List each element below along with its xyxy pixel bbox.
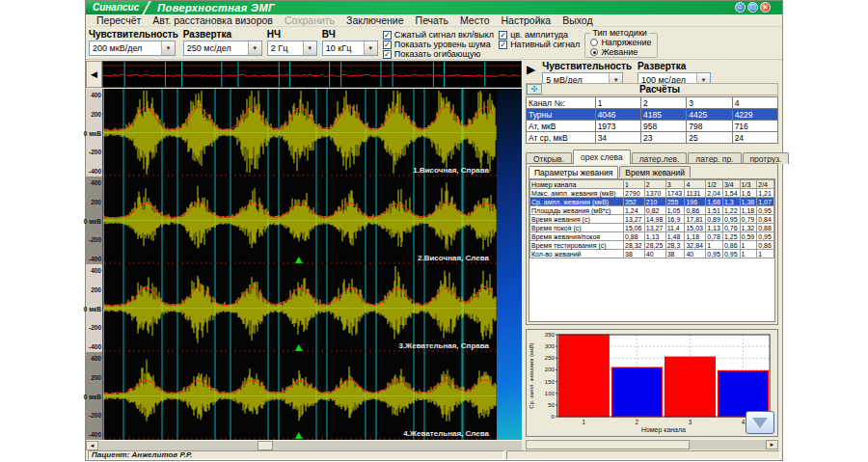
menu-item-7[interactable]: Настройка <box>495 14 556 26</box>
svg-text:350: 350 <box>545 332 556 338</box>
table-row[interactable]: Время покоя (с)15,0613,2711,415,031,130,… <box>530 224 774 232</box>
axis-tick-label: 0 мкВ <box>84 305 101 312</box>
tab-page: Параметры жеванияВремя жеваний Номер кан… <box>526 163 778 325</box>
params-cell: 210 <box>644 198 665 206</box>
scroll-left-icon[interactable]: ◀ <box>86 61 102 88</box>
emg-waveform-1[interactable]: 1.Височная, Справа <box>103 89 497 177</box>
params-cell: 14,98 <box>644 215 665 224</box>
subtab-время-жеваний[interactable]: Время жеваний <box>619 166 691 177</box>
combo-group-sweep: Развертка250 мс/дел▼ <box>183 28 262 56</box>
params-cell: 28,3 <box>665 241 685 250</box>
checkbox-сжатый-сигнал-вкл-выкл[interactable]: ✓Сжатый сигнал вкл/выкл <box>383 30 494 40</box>
table-row[interactable]: Время жевания/покоя0,881,131,481,180,781… <box>530 232 774 241</box>
subtab-параметры-жевания[interactable]: Параметры жевания <box>529 166 618 178</box>
table-row[interactable]: Время тестирования (с)28,3228,2528,332,8… <box>530 241 774 250</box>
table-row[interactable]: Кол-во жеваний384038400,950,9511 <box>530 250 774 258</box>
menu-item-5[interactable]: Печать <box>410 14 454 26</box>
combo-label-sweep: Развертка <box>183 28 262 41</box>
signal-overview-strip[interactable] <box>102 61 522 88</box>
combo-group-low-freq: НЧ2 Гц▼ <box>267 28 317 56</box>
checkbox-показать-уровень-шума[interactable]: ✓Показать уровень шума <box>383 40 494 49</box>
calc-row-label: Ат, мкВ <box>527 121 596 132</box>
table-row[interactable]: Ср. ампл. жевания (мкВ)3522102551961,681… <box>530 198 774 206</box>
menu-item-3[interactable]: Сохранить <box>279 14 340 26</box>
title-bar: Синапсис Поверхностная ЭМГ – ❒ ✕ <box>86 1 782 14</box>
radio-жевание[interactable]: Жевание <box>590 47 651 57</box>
combo-high-freq[interactable]: 10 кГц▼ <box>322 41 378 56</box>
table-row[interactable]: Турны4046418544254229 <box>527 109 778 121</box>
panel-horizontal-scrollbar[interactable]: ► <box>526 439 778 449</box>
emg-axis-2: 4002000 мкВ-200-400 <box>86 177 103 264</box>
chart-collapse-button[interactable] <box>746 411 774 434</box>
checkbox-label: цв. амплитуда <box>510 30 568 40</box>
radio-label: Жевание <box>601 47 637 57</box>
radio-dot-icon <box>590 48 598 56</box>
chevron-down-icon[interactable]: ▼ <box>364 41 377 55</box>
chevron-down-icon[interactable]: ▼ <box>161 41 175 55</box>
calc-cell: 1973 <box>595 121 640 132</box>
amplitude-bar-chart: 0501001502002503003501234Номер каналаСр.… <box>527 330 777 436</box>
chevron-down-icon[interactable]: ▼ <box>303 41 316 55</box>
radio-напряжение[interactable]: Напряжение <box>590 38 651 47</box>
emg-axis-4: 4002000 мкВ-200-400 <box>86 352 103 440</box>
parameters-table-wrap: Номер канала12341/23/41/32/4Макс. ампл. … <box>529 178 775 322</box>
scroll-right-icon[interactable]: ▶ <box>526 60 536 79</box>
axis-tick-label: 0 мкВ <box>84 393 101 399</box>
calc-corner-icon[interactable]: ✣ <box>527 84 542 95</box>
params-row-label: Макс. ампл. жевания (мкВ) <box>530 189 624 198</box>
scrollbar-left-icon[interactable]: ◄ <box>86 441 98 450</box>
menu-item-8[interactable]: Выход <box>556 14 598 26</box>
chart-ylabel: Ср. ампл. жевания (мкВ) <box>529 342 534 409</box>
emg-plot-2: 2.Височная, Слева <box>103 177 497 264</box>
table-row[interactable]: Макс. ампл. жевания (мкВ)279013701743113… <box>530 189 774 198</box>
emg-waveform-4[interactable]: 4.Жевательная, Слева <box>103 352 497 440</box>
params-cell: 0,76 <box>722 224 740 232</box>
menu-item-1[interactable]: Пересчёт <box>91 14 147 26</box>
bar-channel-1 <box>558 335 609 417</box>
maximize-button[interactable]: ❒ <box>747 2 758 13</box>
emg-scrollbar-thumb[interactable] <box>258 441 273 450</box>
menu-item-6[interactable]: Место <box>454 14 496 26</box>
tab-орех-слева[interactable]: орех слева <box>573 149 631 164</box>
combo-low-freq[interactable]: 2 Гц▼ <box>267 41 317 56</box>
chevron-down-icon[interactable]: ▼ <box>248 41 261 55</box>
calc-row-label: Ат ср, мкВ <box>527 132 596 144</box>
params-cell: 13,27 <box>624 215 645 224</box>
emg-horizontal-scrollbar[interactable]: ◄ <box>86 440 522 450</box>
checkbox-box-icon: ✓ <box>383 50 392 59</box>
emg-waveform-3[interactable]: 3.Жевательная, Справа <box>103 264 497 352</box>
calc-cell: 23 <box>640 132 686 144</box>
params-cell: 0,88 <box>757 224 774 232</box>
combo-value-sweep: 250 мс/дел <box>184 41 248 55</box>
method-options: НапряжениеЖевание <box>590 38 651 57</box>
table-row[interactable]: Время жевания (с)13,2714,9816,917,810,89… <box>530 215 774 224</box>
combo-sweep[interactable]: 250 мс/дел▼ <box>183 41 262 56</box>
combo-group-high-freq: ВЧ10 кГц▼ <box>322 28 378 56</box>
checkbox-label: Нативный сигнал <box>510 40 580 49</box>
minimize-button[interactable]: – <box>735 2 746 13</box>
checkbox-показать-огибающую[interactable]: ✓Показать огибающую <box>383 49 494 59</box>
table-row[interactable]: Площадь жевания (мВ*с)1,240,821,050,861,… <box>530 206 774 215</box>
analysis-panel: ▶ Чувствительность5 мВ/дел▼Развертка100 … <box>522 60 782 450</box>
menu-item-2[interactable]: Авт. расстановка визоров <box>147 14 279 26</box>
scrollbar-right-icon[interactable]: ► <box>766 440 778 449</box>
table-row[interactable]: Ат ср, мкВ34232524 <box>527 132 778 144</box>
axis-tick-label: 400 <box>91 92 101 98</box>
panel-scrollbar-thumb[interactable] <box>526 440 690 449</box>
params-cell: 17,81 <box>685 215 706 224</box>
checkbox-цв-амплитуда[interactable]: ✓цв. амплитуда <box>499 30 580 40</box>
checkbox-нативный-сигнал[interactable]: ✓Нативный сигнал <box>499 40 580 49</box>
params-cell: 13,27 <box>644 224 665 232</box>
combo-value-sensitivity: 200 мкВ/дел <box>90 41 161 55</box>
emg-lane-3: 4002000 мкВ-200-4003.Жевательная, Справа <box>86 264 522 352</box>
emg-waveform-2[interactable]: 2.Височная, Слева <box>103 177 497 264</box>
params-cell: 40 <box>644 250 665 258</box>
params-cell: 1,6 <box>740 189 757 198</box>
axis-tick-label: -200 <box>89 149 101 155</box>
combo-sensitivity[interactable]: 200 мкВ/дел▼ <box>89 41 176 56</box>
calc-cell: 4229 <box>732 109 777 121</box>
params-row-label: Ср. ампл. жевания (мкВ) <box>530 198 624 206</box>
close-button[interactable]: ✕ <box>760 2 771 13</box>
table-row[interactable]: Ат, мкВ1973958798716 <box>527 121 778 132</box>
menu-item-4[interactable]: Заключение <box>340 14 409 26</box>
